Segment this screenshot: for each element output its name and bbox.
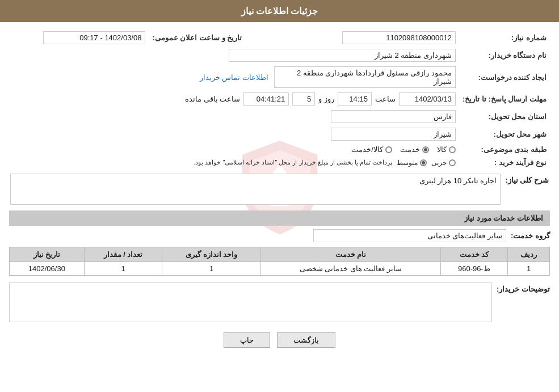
services-section-header: اطلاعات خدمات مورد نیاز <box>9 210 550 226</box>
province-label: استان محل تحویل: <box>459 108 550 125</box>
province-row: استان محل تحویل: فارس <box>9 108 550 125</box>
buyer-notes-section: توضیحات خریدار: <box>9 283 550 322</box>
province-value: فارس <box>434 112 452 121</box>
announce-date-label: تاریخ و ساعت اعلان عمومی: <box>149 29 245 47</box>
description-section: شرح کلی نیاز: اجاره تانکر 10 هزار لیتری <box>9 174 550 205</box>
service-group-label: گروه خدمت: <box>511 231 550 240</box>
response-days-label: روز و <box>318 95 334 103</box>
process-motavasset-radio[interactable] <box>420 159 427 166</box>
process-note: پرداخت تمام یا بخشی از مبلغ خریدار از مح… <box>194 159 392 166</box>
response-days: 5 <box>307 95 311 103</box>
col-qty: تعداد / مقدار <box>84 247 162 262</box>
city-box: شیراز <box>331 128 456 141</box>
buyer-org-box: شهرداری منطقه 2 شیراز <box>229 49 456 62</box>
category-cell: کالا خدمت کالا/خدمت <box>9 143 459 156</box>
announce-date-cell: 1402/03/08 - 09:17 <box>9 29 149 47</box>
process-row: نوع فرآیند خرید : جزیی متوسط پرداخت <box>9 156 550 169</box>
services-table-body: 1ط-96-960سایر فعالیت های خدماتی شخصی1114… <box>10 262 550 276</box>
announce-date-box: 1402/03/08 - 09:17 <box>43 31 145 44</box>
description-box: اجاره تانکر 10 هزار لیتری <box>10 174 501 205</box>
services-header-row: ردیف کد خدمت نام خدمت واحد اندازه گیری ت… <box>10 247 550 262</box>
category-kala-khadamat[interactable]: کالا/خدمت <box>351 145 392 154</box>
buyer-org-value: شهرداری منطقه 2 شیراز <box>375 51 452 60</box>
city-cell: شیراز <box>9 125 459 143</box>
col-name: نام خدمت <box>261 247 441 262</box>
process-motavasset-label: متوسط <box>397 159 418 167</box>
buyer-org-label: نام دستگاه خریدار: <box>459 47 550 64</box>
col-unit: واحد اندازه گیری <box>162 247 261 262</box>
page-wrapper: جزئیات اطلاعات نیاز شماره نیاز: 11020981… <box>0 0 559 392</box>
buyer-org-row: نام دستگاه خریدار: شهرداری منطقه 2 شیراز <box>9 47 550 64</box>
response-remaining: 04:41:21 <box>257 95 285 103</box>
buyer-notes-input[interactable] <box>9 283 492 322</box>
cell-unit: 1 <box>162 262 261 276</box>
response-time-box: 14:15 <box>338 92 372 106</box>
category-kala-khadamat-radio[interactable] <box>385 146 392 153</box>
response-deadline-row: مهلت ارسال پاسخ: تا تاریخ: 1402/03/13 سا… <box>9 90 550 108</box>
niyaz-number-box: 1102098108000012 <box>342 31 456 44</box>
category-kala-label: کالا <box>437 145 447 154</box>
process-label: نوع فرآیند خرید : <box>459 156 550 169</box>
category-row: طبقه بندی موضوعی: کالا خدمت <box>9 143 550 156</box>
announce-date-value: 1402/03/08 - 09:17 <box>79 33 141 42</box>
process-cell: جزیی متوسط پرداخت تمام یا بخشی از مبلغ خ… <box>9 156 459 169</box>
page-header: جزئیات اطلاعات نیاز <box>0 0 559 22</box>
cell-code: ط-96-960 <box>440 262 507 276</box>
category-khadamat[interactable]: خدمت <box>400 145 429 154</box>
table-row: 1ط-96-960سایر فعالیت های خدماتی شخصی1114… <box>10 262 550 276</box>
city-row: شهر محل تحویل: شیراز <box>9 125 550 143</box>
process-motavasset[interactable]: متوسط <box>397 159 427 167</box>
creator-value: محمود رازقی مسئول قراردادها شهرداری منطق… <box>297 69 452 86</box>
response-date: 1402/03/13 <box>415 95 452 103</box>
description-value: اجاره تانکر 10 هزار لیتری <box>419 176 497 185</box>
page-title: جزئیات اطلاعات نیاز <box>241 6 318 16</box>
services-table-head: ردیف کد خدمت نام خدمت واحد اندازه گیری ت… <box>10 247 550 262</box>
cell-name: سایر فعالیت های خدماتی شخصی <box>261 262 441 276</box>
service-group-value: سایر فعالیت‌های خدماتی <box>427 231 502 240</box>
response-time: 14:15 <box>349 95 368 103</box>
buyer-notes-label: توضیحات خریدار: <box>497 283 550 293</box>
process-jozii-radio[interactable] <box>449 159 456 166</box>
niyaz-number-value: 1102098108000012 <box>386 33 452 42</box>
button-row: بازگشت چاپ <box>9 332 550 348</box>
category-kala-khadamat-label: کالا/خدمت <box>351 145 383 154</box>
response-deadline-cell: 1402/03/13 ساعت 14:15 روز و 5 04:4 <box>9 90 459 108</box>
col-date: تاریخ نیاز <box>10 247 85 262</box>
province-cell: فارس <box>9 108 459 125</box>
back-button[interactable]: بازگشت <box>277 332 335 348</box>
print-button[interactable]: چاپ <box>224 332 270 348</box>
creator-row: ایجاد کننده درخواست: محمود رازقی مسئول ق… <box>9 64 550 90</box>
response-date-box: 1402/03/13 <box>399 92 456 106</box>
niyaz-number-label: شماره نیاز: <box>459 29 550 47</box>
cell-date: 1402/06/30 <box>10 262 85 276</box>
creator-box: محمود رازقی مسئول قراردادها شهرداری منطق… <box>274 66 456 88</box>
creator-cell: محمود رازقی مسئول قراردادها شهرداری منطق… <box>149 64 459 90</box>
niyaz-number-cell: 1102098108000012 <box>245 29 459 47</box>
basic-info-table: شماره نیاز: 1102098108000012 تاریخ و ساع… <box>9 29 550 169</box>
city-value: شیراز <box>434 130 452 138</box>
creator-label: ایجاد کننده درخواست: <box>459 64 550 90</box>
category-kala-radio[interactable] <box>449 146 456 153</box>
process-options-row: جزیی متوسط پرداخت تمام یا بخشی از مبلغ خ… <box>12 159 456 167</box>
response-deadline-label: مهلت ارسال پاسخ: تا تاریخ: <box>459 90 550 108</box>
niyaz-row: شماره نیاز: 1102098108000012 تاریخ و ساع… <box>9 29 550 47</box>
main-content: شماره نیاز: 1102098108000012 تاریخ و ساع… <box>9 29 550 348</box>
cell-quantity: 1 <box>84 262 162 276</box>
col-row: ردیف <box>508 247 550 262</box>
category-radio-group: کالا خدمت کالا/خدمت <box>12 145 456 154</box>
category-khadamat-radio[interactable] <box>422 146 429 153</box>
process-jozii[interactable]: جزیی <box>431 159 456 167</box>
col-code: کد خدمت <box>440 247 507 262</box>
response-time-label: ساعت <box>375 95 396 103</box>
category-kala[interactable]: کالا <box>437 145 456 154</box>
creator-contact-link[interactable]: اطلاعات تماس خریدار <box>200 73 268 82</box>
response-remaining-box: 04:41:21 <box>243 92 289 106</box>
response-days-box: 5 <box>292 92 315 106</box>
service-group-box: سایر فعالیت‌های خدماتی <box>313 229 506 242</box>
process-jozii-label: جزیی <box>431 159 447 167</box>
service-group-row: گروه خدمت: سایر فعالیت‌های خدماتی <box>9 229 550 242</box>
services-table: ردیف کد خدمت نام خدمت واحد اندازه گیری ت… <box>9 247 550 276</box>
buyer-org-cell: شهرداری منطقه 2 شیراز <box>9 47 459 64</box>
city-label: شهر محل تحویل: <box>459 125 550 143</box>
category-khadamat-label: خدمت <box>400 145 420 154</box>
